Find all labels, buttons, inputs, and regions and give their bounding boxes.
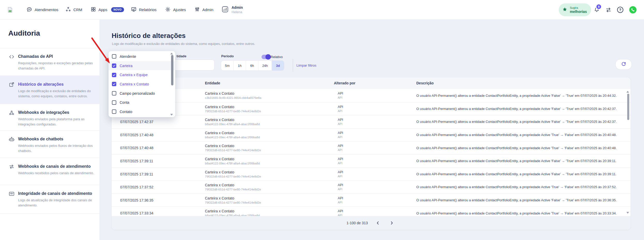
crm-icon [65,6,71,13]
table-row[interactable]: 07/07/2025 17:33:34 Carteira x Contato b… [112,206,631,216]
row-description: O usuário API-Permanent() alterou a enti… [416,207,623,216]
period-option-6h[interactable]: 6h [246,61,258,70]
sidebar-item-description: Requisições, respostas e exceções gerada… [18,61,96,71]
gear-icon [165,6,171,13]
sidebar-item-label: Chamadas de API [18,54,95,59]
row-changed-by-sub: API [338,175,342,178]
period-option-1h[interactable]: 1h [233,61,246,70]
period-segmented-control: 5m 1h 6h 24h 3d [221,60,284,71]
row-changed-by: API [338,183,343,187]
column-header-entidade: Entidade [205,81,220,85]
row-description: O usuário API-Permanent() alterou a enti… [416,181,623,194]
entity-option[interactable]: Carteira [109,61,175,70]
checkbox[interactable] [112,54,116,59]
period-option-24h[interactable]: 24h [258,61,272,70]
table-row[interactable]: 07/07/2025 17:40:48 Carteira x Contato 7… [112,141,631,154]
row-description: O usuário API-Permanent() alterou a enti… [416,141,623,154]
row-entity-id: b8ad4122-09ec-478f-a8a4-abac1f99ba8d [205,214,260,216]
sidebar-item-description: Logs de atualização de integridade dos c… [18,198,96,208]
row-description: O usuário API-Permanent() alterou a enti… [416,155,623,167]
row-changed-by: API [338,91,343,95]
entity-option[interactable]: Carteira x Contato [109,79,175,89]
suggest-label-bottom: melhorias [570,10,587,14]
table-row[interactable]: Carteira x Contato 79f322d8-651d-4277-be… [112,102,631,115]
table-row[interactable]: 07/07/2025 17:40:48 Carteira x Contato b… [112,128,631,141]
account-role: Admin [232,5,243,10]
checkbox[interactable] [112,82,116,86]
sidebar-item-description: Webhooks recebidos pelos canais de atend… [18,171,96,176]
sidebar-item-label: Webhooks de chatbots [18,137,95,141]
row-description: O usuário API-Permanent() alterou a enti… [416,168,623,181]
nav-label: Relatórios [139,7,157,12]
sidebar-item-webhooks-integracoes[interactable]: Webhooks de integrações Webhooks enviado… [0,104,99,131]
refresh-button[interactable] [615,59,632,70]
sidebar-item-historico-de-alteracoes[interactable]: Histórico de alterações Logs de modifica… [0,76,99,104]
nav-label: CRM [73,7,82,12]
sidebar-item-chamadas-de-api[interactable]: Chamadas de API Requisições, respostas e… [0,48,99,76]
period-option-3d-selected[interactable]: 3d [272,61,284,70]
clear-filters-link[interactable]: Limpar filtros [296,63,316,67]
account-name: Helena [232,10,243,14]
entity-option-label: Conta [120,100,129,105]
nav-item-relatorios[interactable]: Relatórios [131,0,157,19]
entity-option[interactable]: Contato [109,107,175,116]
dropdown-scroll-down-arrow[interactable] [170,114,173,116]
table-row[interactable]: Carteira x Contato c3b31665-9c49-4321-96… [112,89,631,102]
nav-item-admin[interactable]: Admin [194,0,213,19]
row-changed-by-sub: API [338,162,342,165]
row-changed-by: API [338,196,343,200]
row-entity: Carteira x Contato [205,183,234,187]
table-row[interactable]: 07/07/2025 17:37:52 Carteira x Contato 7… [112,180,631,194]
novo-badge: NOVO [111,7,124,12]
dropdown-scroll-up-arrow[interactable] [170,53,173,54]
previous-page-button[interactable] [374,219,382,227]
row-changed-by: API [338,170,343,174]
nav-item-crm[interactable]: CRM [65,0,82,19]
checkbox[interactable] [112,63,116,68]
swap-arrows-icon[interactable] [605,7,612,14]
suggest-improvements-button[interactable]: Sugira melhorias [559,3,591,16]
account-menu[interactable]: Admin Helena [221,0,243,19]
sidebar-item-description: Webhooks enviados pela plataforma para a… [18,117,96,127]
sliders-icon [194,6,200,13]
entity-option[interactable]: Atendente [109,52,175,61]
table-row[interactable]: 07/07/2025 17:42:37 Carteira x Contato b… [112,115,631,128]
table-row[interactable]: 07/07/2025 17:39:11 Carteira x Contato b… [112,154,631,167]
table-row[interactable]: 07/07/2025 17:36:35 Carteira x Contato 7… [112,194,631,207]
row-entity: Carteira x Contato [205,144,234,148]
sidebar-item-webhooks-chatbots[interactable]: Webhooks de chatbots Webhooks enviados p… [0,131,99,158]
checkbox[interactable] [112,73,116,77]
sidebar-item-integridade-canais[interactable]: Integridade de canais de atendimento Log… [0,185,99,214]
row-entity: Carteira x Contato [205,91,234,95]
table-scroll-down-arrow[interactable] [626,212,629,214]
sidebar-item-webhooks-canais[interactable]: Webhooks de canais de atendimento Webhoo… [0,158,99,185]
table-row[interactable]: 07/07/2025 17:39:11 Carteira x Contato 7… [112,167,631,181]
nav-item-atendimentos[interactable]: Atendimentos [26,0,58,19]
column-header-descricao: Descrição [416,81,434,85]
nav-item-apps[interactable]: Apps NOVO [90,0,124,19]
period-option-5m[interactable]: 5m [221,61,233,70]
checkbox[interactable] [112,91,116,95]
table-scrollbar-thumb[interactable] [627,94,629,120]
sidebar-item-description: Logs de modificação e exclusão de entida… [18,89,96,99]
toggle-knob [265,54,271,60]
row-date: 07/07/2025 17:39:11 [120,159,153,163]
sidebar-item-label: Histórico de alterações [18,82,95,87]
dropdown-scrollbar-thumb[interactable] [171,55,173,85]
nav-item-ajustes[interactable]: Ajustes [165,0,186,19]
entity-option[interactable]: Campo personalizado [109,89,175,98]
table-scroll-up-arrow[interactable] [626,91,629,93]
checkbox[interactable] [112,100,116,105]
row-entity: Carteira x Contato [205,118,234,122]
help-icon[interactable]: ? [617,7,623,13]
row-date: 07/07/2025 17:36:35 [120,198,153,202]
app-window: Atendimentos CRM Apps NOVO Relatórios Aj… [0,0,644,240]
whatsapp-icon[interactable] [629,6,637,15]
relative-toggle[interactable] [262,55,270,59]
row-changed-by: API [338,209,343,213]
entity-option[interactable]: Conta [109,98,175,107]
entity-option[interactable]: Carteira x Equipe [109,70,175,79]
checkbox[interactable] [112,109,116,114]
row-entity-id: b8ad4122-09ec-478f-a8a4-abac1f99ba8d [205,162,260,165]
next-page-button[interactable] [388,219,396,227]
